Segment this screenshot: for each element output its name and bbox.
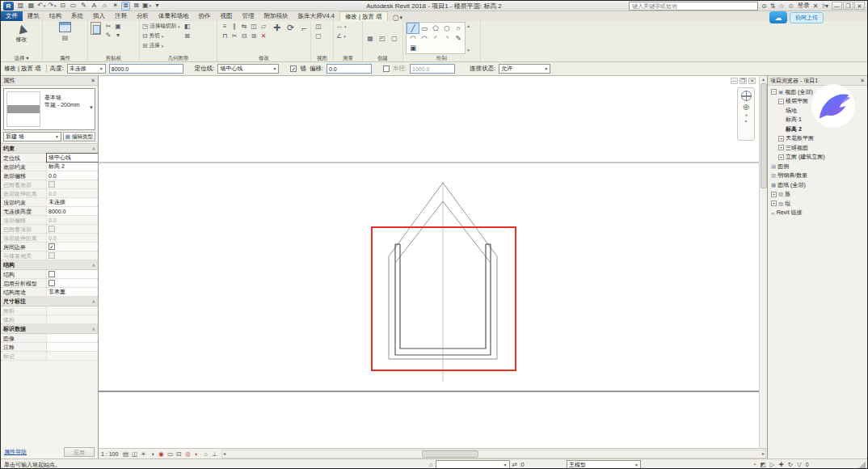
tag-icon[interactable]: ✎: [79, 2, 88, 11]
redo-icon[interactable]: ↷▾: [48, 2, 57, 11]
measure-icon[interactable]: ▭: [69, 2, 78, 11]
properties-palette-icon[interactable]: [59, 22, 71, 32]
chevron-down-icon[interactable]: ▾: [162, 44, 164, 49]
property-group-header[interactable]: 结构∧: [1, 260, 98, 270]
paste-dropdown-icon[interactable]: ▾: [113, 31, 123, 40]
tab-8[interactable]: 视图: [216, 11, 238, 21]
array-icon[interactable]: ◫: [249, 22, 259, 31]
background-processes-icon[interactable]: ↻: [788, 461, 793, 468]
family-types-icon[interactable]: ▤: [61, 33, 70, 42]
tree-item[interactable]: +立面 (建筑立面): [768, 153, 867, 163]
collapse-icon[interactable]: ∧: [92, 326, 95, 332]
open-file-icon[interactable]: ▥: [16, 2, 25, 11]
show-crop-region-icon[interactable]: ⊡: [175, 450, 183, 458]
property-value[interactable]: [47, 279, 98, 287]
temporary-hide-isolate-icon[interactable]: ◎: [183, 450, 192, 458]
ribbon-display-toggle[interactable]: ◯▾: [393, 15, 402, 21]
pick-face-icon[interactable]: ▣: [407, 43, 419, 53]
tab-5[interactable]: 分析: [132, 11, 154, 21]
save-icon[interactable]: ▦: [27, 2, 36, 11]
delete-icon[interactable]: ✕: [259, 32, 268, 40]
view-minimize-icon[interactable]: —: [731, 78, 738, 84]
tab-1[interactable]: 结构: [44, 11, 66, 21]
tree-item[interactable]: ▥明细表/数量: [768, 171, 867, 181]
restore-icon[interactable]: ❒: [843, 2, 853, 10]
design-option-select[interactable]: 主模型▼: [567, 460, 641, 469]
trim-extend-icon[interactable]: ⌐: [298, 22, 310, 34]
collapse-icon[interactable]: −: [771, 89, 777, 95]
search-input[interactable]: [629, 2, 758, 11]
unpin-icon[interactable]: ⊞: [249, 32, 259, 40]
scroll-up-icon[interactable]: ▲: [466, 23, 470, 28]
tree-item[interactable]: ∞Revit 链接: [768, 209, 867, 218]
property-value[interactable]: 0.0: [47, 189, 98, 197]
tab-file[interactable]: 文件: [1, 11, 23, 21]
edit-type-button[interactable]: ▦ 编辑类型: [63, 132, 95, 142]
user-icon[interactable]: ☺: [788, 2, 794, 10]
property-value[interactable]: [47, 315, 98, 323]
tab-4[interactable]: 注释: [110, 11, 132, 21]
instance-select[interactable]: 新建 墙▼: [3, 132, 61, 142]
panel-label-select[interactable]: 选择 ▾: [3, 54, 40, 61]
chevron-down-icon[interactable]: ▾: [343, 34, 346, 39]
switch-windows-icon[interactable]: ▣▾: [142, 2, 151, 11]
autodesk-app-icon[interactable]: ✕: [813, 2, 819, 10]
property-value[interactable]: [47, 334, 98, 342]
visual-style-icon[interactable]: ◫: [130, 450, 138, 458]
worksharing-display-icon[interactable]: ◔: [752, 461, 756, 468]
line-tool-icon[interactable]: ╱: [407, 23, 419, 33]
tab-9[interactable]: 管理: [238, 11, 259, 21]
apply-button[interactable]: 应用: [64, 447, 95, 457]
chevron-down-icon[interactable]: ▾: [162, 34, 164, 39]
steering-wheel-icon[interactable]: [741, 91, 752, 101]
zoom-icon[interactable]: ⊕: [743, 104, 749, 112]
scroll-left-icon[interactable]: ▲: [221, 452, 228, 456]
create-similar-icon[interactable]: ◰: [377, 34, 387, 43]
search-icon[interactable]: ⊙: [761, 2, 767, 10]
property-value[interactable]: [47, 343, 98, 351]
arc-center-ends-icon[interactable]: ◠: [419, 33, 430, 43]
tree-item[interactable]: ▦图纸 (全部): [768, 180, 867, 190]
tab-0[interactable]: 建筑: [23, 11, 44, 21]
close-hidden-windows-icon[interactable]: ⊠: [132, 2, 141, 11]
pin-icon[interactable]: ⊟: [239, 32, 249, 40]
tab-11[interactable]: 族库大师V4.4: [293, 11, 339, 21]
height-mode-select[interactable]: 未连接▼: [67, 64, 106, 74]
floor-plan-drawing[interactable]: [99, 76, 759, 448]
collapse-icon[interactable]: −: [778, 99, 784, 104]
create-group-icon[interactable]: ▦: [365, 34, 375, 43]
visibility-icon[interactable]: ◫: [314, 22, 323, 31]
property-value[interactable]: 未连接: [47, 198, 98, 206]
text-icon[interactable]: A: [90, 2, 99, 11]
inscribed-polygon-icon[interactable]: ⬠: [430, 23, 441, 33]
property-value[interactable]: 标高 2: [47, 163, 98, 171]
property-value[interactable]: 0.0: [47, 171, 98, 180]
tab-10[interactable]: 附加模块: [259, 11, 293, 21]
arc-start-end-icon[interactable]: ◠: [407, 33, 419, 43]
chevron-down-icon[interactable]: ▾: [344, 24, 347, 29]
revit-logo[interactable]: R: [3, 2, 14, 11]
expand-icon[interactable]: +: [771, 201, 777, 206]
height-value-input[interactable]: [109, 64, 183, 74]
arc-tangent-icon[interactable]: ◜: [430, 33, 441, 43]
circle-tool-icon[interactable]: ○: [453, 23, 464, 33]
horizontal-scroll-thumb[interactable]: [422, 450, 478, 458]
rendering-dialog-icon[interactable]: ◉: [157, 450, 165, 458]
arc-fillet-icon[interactable]: ◝: [441, 33, 453, 43]
paste-icon[interactable]: [91, 22, 101, 35]
match-type-icon[interactable]: ✎: [103, 31, 113, 40]
exclude-options-icon[interactable]: ▷: [770, 461, 775, 468]
circumscribed-polygon-icon[interactable]: ⬡: [441, 23, 453, 33]
move-icon[interactable]: ✚: [271, 22, 283, 34]
offset-value-input[interactable]: [327, 64, 372, 74]
vertical-scrollbar[interactable]: ▲: [759, 76, 767, 448]
scale-icon[interactable]: ▱: [259, 22, 268, 31]
minimize-icon[interactable]: —: [832, 2, 842, 10]
location-line-select[interactable]: 墙中心线▼: [217, 64, 279, 74]
chevron-down-icon[interactable]: ▼: [89, 105, 94, 110]
cloud-icon[interactable]: ☁: [769, 11, 787, 23]
radius-value-input[interactable]: [410, 64, 455, 74]
tab-2[interactable]: 系统: [66, 11, 88, 21]
upload-button[interactable]: 协同上传: [790, 12, 824, 23]
scroll-down-icon[interactable]: ▼: [466, 48, 470, 53]
